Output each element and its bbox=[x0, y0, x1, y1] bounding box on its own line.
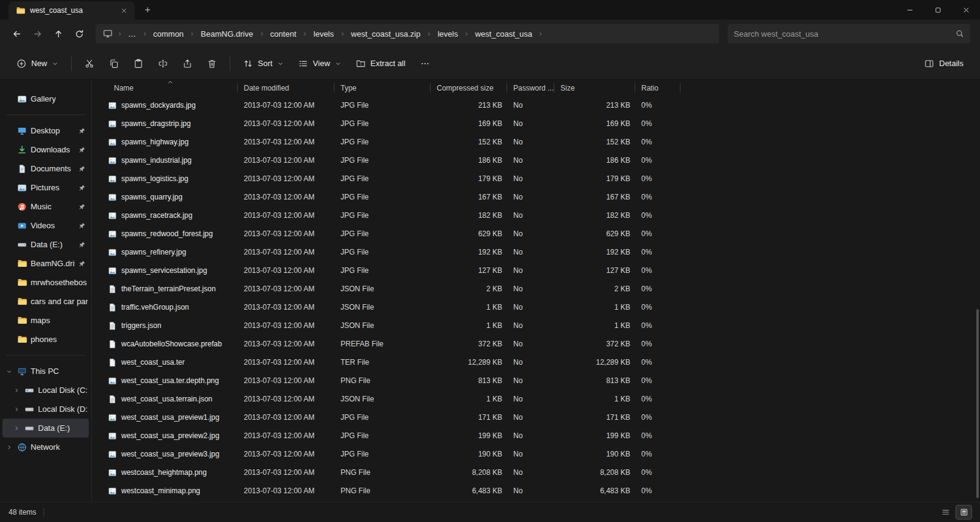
view-button[interactable]: View bbox=[292, 53, 348, 75]
chevron-right-icon[interactable] bbox=[12, 424, 21, 433]
command-toolbar: New Sort View Extract all Details bbox=[0, 48, 980, 80]
sidebar-item-cars-and-car-par[interactable]: cars and car par bbox=[2, 292, 89, 311]
file-row[interactable]: spawns_logistics.jpg2013-07-03 12:00 AMJ… bbox=[108, 170, 980, 188]
file-row[interactable]: spawns_servicestation.jpg2013-07-03 12:0… bbox=[108, 261, 980, 280]
file-row[interactable]: spawns_dockyards.jpg2013-07-03 12:00 AMJ… bbox=[108, 96, 980, 114]
sidebar-item-pictures[interactable]: Pictures bbox=[2, 178, 89, 197]
file-row[interactable]: west_coast_usa_preview1.jpg2013-07-03 12… bbox=[108, 408, 980, 427]
file-row[interactable]: west_coast_usa.ter.depth.png2013-07-03 1… bbox=[108, 371, 980, 390]
breadcrumb-item-content[interactable]: content bbox=[266, 24, 301, 43]
sidebar-item-documents[interactable]: Documents bbox=[2, 159, 89, 178]
file-row[interactable]: triggers.json2013-07-03 12:00 AMJSON Fil… bbox=[108, 316, 980, 335]
large-icons-view-toggle[interactable] bbox=[956, 505, 971, 519]
column-header-date-modified[interactable]: Date modified bbox=[238, 80, 334, 96]
details-pane-button[interactable]: Details bbox=[918, 53, 970, 75]
column-header-password[interactable]: Password ... bbox=[507, 80, 554, 96]
sidebar-item-music[interactable]: Music bbox=[2, 197, 89, 216]
delete-button[interactable] bbox=[200, 53, 224, 75]
file-row[interactable]: west_coast_usa.terrain.json2013-07-03 12… bbox=[108, 390, 980, 408]
chevron-right-icon[interactable] bbox=[12, 386, 21, 395]
details-view-toggle[interactable] bbox=[938, 505, 953, 519]
back-button[interactable] bbox=[6, 23, 27, 44]
file-row[interactable]: west_coast_usa_preview2.jpg2013-07-03 12… bbox=[108, 427, 980, 445]
file-row[interactable]: spawns_redwood_forest.jpg2013-07-03 12:0… bbox=[108, 225, 980, 243]
file-row[interactable]: spawns_industrial.jpg2013-07-03 12:00 AM… bbox=[108, 151, 980, 170]
sidebar-item-phones[interactable]: phones bbox=[2, 330, 89, 349]
sidebar-item-this-pc[interactable]: This PC bbox=[2, 362, 89, 381]
up-button[interactable] bbox=[48, 23, 69, 44]
refresh-button[interactable] bbox=[69, 23, 89, 44]
sidebar-item-desktop[interactable]: Desktop bbox=[2, 121, 89, 140]
address-bar[interactable]: … commonBeamNG.drivecontentlevelswest_co… bbox=[96, 24, 719, 43]
forward-button[interactable] bbox=[27, 23, 48, 44]
rename-icon bbox=[158, 59, 168, 69]
sidebar-item-data-e[interactable]: Data (E:) bbox=[2, 235, 89, 254]
chevron-down-icon[interactable] bbox=[5, 367, 13, 376]
sidebar-item-downloads[interactable]: Downloads bbox=[2, 140, 89, 159]
minimize-button[interactable] bbox=[895, 0, 924, 20]
file-row[interactable]: west_coast_usa.ter2013-07-03 12:00 AMTER… bbox=[108, 353, 980, 371]
extract-all-button[interactable]: Extract all bbox=[349, 53, 412, 75]
breadcrumb-item-common[interactable]: common bbox=[149, 24, 188, 43]
toolbar-divider bbox=[230, 56, 230, 71]
sidebar-item-label: Gallery bbox=[31, 94, 56, 103]
search-box[interactable] bbox=[728, 24, 970, 43]
file-name: westcoast_minimap.png bbox=[108, 487, 238, 496]
file-row[interactable]: west_coast_usa_preview3.jpg2013-07-03 12… bbox=[108, 445, 980, 463]
file-row[interactable]: spawns_highway.jpg2013-07-03 12:00 AMJPG… bbox=[108, 133, 980, 151]
sidebar-item-videos[interactable]: Videos bbox=[2, 216, 89, 235]
search-input[interactable] bbox=[734, 29, 951, 39]
breadcrumb-item-levels[interactable]: levels bbox=[433, 24, 462, 43]
file-row[interactable]: theTerrain_terrainPreset.json2013-07-03 … bbox=[108, 280, 980, 298]
copy-button[interactable] bbox=[102, 53, 126, 75]
column-header-ratio[interactable]: Ratio bbox=[635, 80, 680, 96]
file-row[interactable]: spawns_refinery.jpg2013-07-03 12:00 AMJP… bbox=[108, 243, 980, 261]
column-header-compressed-size[interactable]: Compressed size bbox=[431, 80, 507, 96]
sidebar-item-gallery[interactable]: Gallery bbox=[2, 89, 89, 108]
file-name: spawns_redwood_forest.jpg bbox=[108, 229, 238, 239]
share-button[interactable] bbox=[176, 53, 199, 75]
file-row[interactable]: spawns_quarry.jpg2013-07-03 12:00 AMJPG … bbox=[108, 188, 980, 206]
breadcrumb-item-levels[interactable]: levels bbox=[309, 24, 338, 43]
file-row[interactable]: wcaAutobelloShowcase.prefab2013-07-03 12… bbox=[108, 335, 980, 353]
file-row[interactable]: westcoast_minimap.png2013-07-03 12:00 AM… bbox=[108, 482, 980, 500]
sidebar-item-mrwhosethebos[interactable]: mrwhosethebos bbox=[2, 273, 89, 292]
maximize-button[interactable] bbox=[924, 0, 952, 20]
breadcrumb-item-beamng-drive[interactable]: BeamNG.drive bbox=[197, 24, 257, 43]
file-password: No bbox=[507, 358, 554, 367]
paste-button[interactable] bbox=[127, 53, 150, 75]
file-name-label: spawns_redwood_forest.jpg bbox=[121, 229, 213, 238]
explorer-tab[interactable]: west_coast_usa bbox=[9, 1, 135, 20]
chevron-right-icon[interactable] bbox=[5, 443, 13, 452]
sidebar-item-maps[interactable]: maps bbox=[2, 311, 89, 330]
folder-icon bbox=[17, 297, 27, 307]
file-row[interactable]: westcoast_heightmap.png2013-07-03 12:00 … bbox=[108, 463, 980, 482]
column-header-size[interactable]: Size bbox=[554, 80, 635, 96]
breadcrumb-item-west-coast-usa[interactable]: west_coast_usa bbox=[471, 24, 537, 43]
close-window-button[interactable] bbox=[952, 0, 980, 20]
sidebar-item-label: BeamNG.driv bbox=[31, 259, 75, 268]
file-type: JPG File bbox=[334, 229, 431, 238]
column-header-type[interactable]: Type bbox=[334, 80, 431, 96]
file-row[interactable]: spawns_dragstrip.jpg2013-07-03 12:00 AMJ… bbox=[108, 114, 980, 133]
more-options-button[interactable] bbox=[413, 53, 437, 75]
cut-button[interactable] bbox=[78, 53, 101, 75]
chevron-right-icon[interactable] bbox=[12, 405, 21, 414]
breadcrumb-item-west-coast-usa-zip[interactable]: west_coast_usa.zip bbox=[347, 24, 424, 43]
vertical-scrollbar[interactable] bbox=[976, 309, 979, 498]
file-row[interactable]: spawns_racetrack.jpg2013-07-03 12:00 AMJ… bbox=[108, 206, 980, 225]
breadcrumb-ellipsis-button[interactable]: … bbox=[124, 24, 140, 43]
sidebar-item-local-disk-c[interactable]: Local Disk (C:) bbox=[2, 381, 89, 400]
sidebar-item-data-e[interactable]: Data (E:) bbox=[2, 419, 89, 438]
tab-close-button[interactable] bbox=[116, 4, 131, 17]
new-button[interactable]: New bbox=[10, 53, 65, 75]
sort-button[interactable]: Sort bbox=[236, 53, 290, 75]
rename-button[interactable] bbox=[151, 53, 175, 75]
sidebar-item-local-disk-d[interactable]: Local Disk (D:) bbox=[2, 400, 89, 419]
image-file-icon bbox=[108, 487, 117, 496]
file-row[interactable]: traffic.vehGroup.json2013-07-03 12:00 AM… bbox=[108, 298, 980, 316]
new-tab-button[interactable] bbox=[140, 2, 156, 18]
sidebar-item-network[interactable]: Network bbox=[2, 438, 89, 457]
sidebar-item-beamng-driv[interactable]: BeamNG.driv bbox=[2, 254, 89, 273]
column-header-name[interactable]: Name bbox=[108, 80, 238, 96]
